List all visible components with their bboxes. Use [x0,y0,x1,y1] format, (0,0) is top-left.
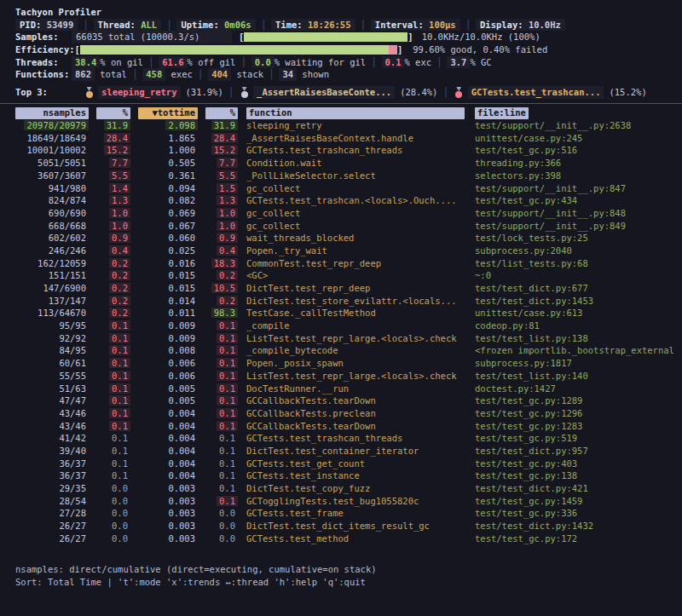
file-line: unittest/case.py:613 [475,308,682,320]
cumulative-pct-cell: 1.5 [205,183,238,195]
table-row[interactable]: 824/8741.30.0821.3GCTests.test_trashcan.… [15,195,682,208]
time-value: 18:26:55 [308,20,351,30]
function-name: GCTests.test_frame [246,508,465,520]
display-label: Display: [480,20,523,30]
footer-help-line2: Sort: Total Time | 't':mode 'x':trends ↔… [15,576,682,589]
table-row[interactable]: 147/69000.20.01510.5DictTest.test_repr_d… [15,282,682,295]
function-name: GCTests.test_method [246,533,465,545]
column-header-file-line[interactable]: file:line [475,107,529,119]
table-row[interactable]: 92/920.10.0090.1ListTest.test_repr_large… [15,332,682,345]
table-row[interactable]: 137/1470.20.0140.2DictTest.test_store_ev… [15,295,682,308]
table-row[interactable]: 95/950.10.0090.1_compilecodeop.py:81 [15,320,682,333]
efficiency-summary: 99.60% good, 0.40% failed [413,43,547,56]
nsamples-cell: 95/95 [15,320,89,332]
table-row[interactable]: 3607/36075.50.3615.5_PollLikeSelector.se… [15,170,682,182]
column-header-cumulative-pct[interactable]: % [205,107,238,119]
table-row[interactable]: 26/270.00.0030.0GCTests.test_methodtest/… [15,533,682,545]
file-line: test/test_gc.py:336 [475,508,682,520]
function-name: <GC> [246,270,465,282]
tottime-cell: 0.005 [138,395,198,407]
table-row[interactable]: 162/120590.20.01618.3CommonTest.test_rep… [15,257,682,270]
waiting-gil-value: 0.0 [251,56,275,69]
exec-functions-unit: exec [165,68,193,81]
off-gil-unit: % off gil [188,56,236,69]
direct-pct-cell: 15.2 [96,145,130,157]
table-row[interactable]: 55/550.10.0060.1ListTest.test_repr_large… [15,370,682,383]
file-line: test/test_dict.py:1453 [475,296,682,308]
table-row[interactable]: 941/9801.40.0941.5gc_collecttest/support… [15,182,682,195]
shown-functions-value: 34 [279,68,297,81]
table-row[interactable]: 18649/1864928.41.86528.4_AssertRaisesBas… [15,132,682,145]
file-line: test/test_gc.py:1459 [475,496,682,508]
file-line: test/support/__init__.py:848 [475,208,682,220]
cumulative-pct-cell: 0.9 [205,233,238,245]
cumulative-pct-cell: 0.1 [205,345,238,357]
function-name: _PollLikeSelector.select [246,170,465,182]
table-row[interactable]: 690/6901.00.0691.0gc_collecttest/support… [15,207,682,220]
table-row[interactable]: 602/6020.90.0600.9wait_threads_blockedte… [15,233,682,245]
tottime-cell: 0.505 [138,158,198,170]
table-row[interactable]: 28/540.00.0030.1GCTogglingTests.test_bug… [15,495,682,508]
tottime-cell: 2.098 [138,120,198,132]
tottime-cell: 0.006 [138,371,198,383]
tottime-cell: 1.000 [138,145,198,157]
efficiency-line: Efficiency: [ ] 99.60% good, 0.40% faile… [15,43,682,56]
tottime-cell: 0.069 [138,208,198,220]
exc-value: 0.1 [382,56,405,69]
nsamples-cell: 27/28 [15,508,89,520]
cumulative-pct-cell: 0.4 [205,245,238,257]
table-row[interactable]: 20978/2097931.92.09831.9sleeping_retryte… [15,120,682,133]
table-row[interactable]: 36/370.10.0040.1GCTests.test_get_countte… [15,458,682,470]
function-name: Popen._posix_spawn [246,358,465,370]
table-row[interactable]: 151/1510.20.0150.2<GC>~:0 [15,270,682,283]
direct-pct-cell: 1.4 [96,183,130,195]
tottime-cell: 0.094 [138,183,198,195]
file-line: unittest/case.py:245 [475,133,682,145]
table-row[interactable]: 60/610.10.0060.1Popen._posix_spawnsubpro… [15,358,682,371]
table-row[interactable]: 39/400.10.0040.1DictTest.test_container_… [15,445,682,458]
table-row[interactable]: 29/350.00.0030.1DictTest.test_copy_fuzzt… [15,482,682,495]
function-name: GCTests.test_trashcan_threads [246,145,465,157]
tottime-cell: 0.008 [138,345,198,357]
direct-pct-cell: 0.2 [96,283,130,295]
table-row[interactable]: 43/460.10.0040.1GCCallbackTests.preclean… [15,407,682,420]
exec-functions-value: 458 [142,68,165,81]
table-row[interactable]: 36/370.10.0040.1GCTests.test_instancetes… [15,470,682,483]
column-header-nsamples[interactable]: nsamples [15,107,89,119]
column-header-tottime-sorted[interactable]: ▼tottime [138,107,198,119]
table-row[interactable]: 26/270.00.0030.0DictTest.test_dict_items… [15,521,682,533]
display-stat: Display: 10.0Hz [476,19,565,32]
table-row[interactable]: 113/646700.20.01198.3TestCase._callTestM… [15,308,682,320]
bar-close-bracket: ] [397,43,402,56]
table-row[interactable]: 41/420.10.0040.1GCTests.test_trashcan_th… [15,433,682,446]
function-name: DictTest.test_dict_items_result_gc [246,521,465,533]
table-row[interactable]: 10001/1000215.21.00015.2GCTests.test_tra… [15,145,682,158]
cumulative-pct-cell: 0.1 [205,421,238,433]
table-row[interactable]: 47/470.10.0050.1GCCallbackTests.tearDown… [15,395,682,408]
function-name: DictTest.test_repr_deep [246,283,465,295]
divider: │ [437,86,453,99]
table-row[interactable]: 43/460.10.0040.1GCCallbackTests.tearDown… [15,420,682,433]
table-row[interactable]: 668/6681.00.0671.0gc_collecttest/support… [15,220,682,233]
direct-pct-cell: 0.1 [96,371,130,383]
table-row[interactable]: 84/950.10.0080.1_compile_bytecode<frozen… [15,345,682,358]
efficiency-bar-good [80,45,389,55]
function-name: wait_threads_blocked [246,233,465,245]
divider: │ [161,19,176,32]
table-row[interactable]: 246/2460.40.0250.4Popen._try_waitsubproc… [15,245,682,257]
thread-stat[interactable]: Thread: ALL [94,19,162,32]
table-row[interactable]: 51/630.10.0050.1DocTestRunner.__rundocte… [15,383,682,395]
cumulative-pct-cell: 0.0 [205,508,238,520]
column-header-direct-pct[interactable]: % [96,107,130,119]
function-name: gc_collect [246,183,465,195]
cumulative-pct-cell: 1.0 [205,221,238,233]
direct-pct-cell: 0.1 [96,320,130,332]
column-header-function[interactable]: function [246,107,465,119]
table-row[interactable]: 5051/50517.70.5057.7Condition.waitthread… [15,158,682,170]
function-name: GCCallbackTests.tearDown [246,421,465,433]
tottime-cell: 0.004 [138,421,198,433]
footer: nsamples: direct/cumulative (direct=exec… [15,563,682,589]
direct-pct-cell: 5.5 [96,170,130,182]
bronze-medal-icon [455,87,463,98]
table-row[interactable]: 27/280.00.0030.0GCTests.test_frametest/t… [15,508,682,521]
